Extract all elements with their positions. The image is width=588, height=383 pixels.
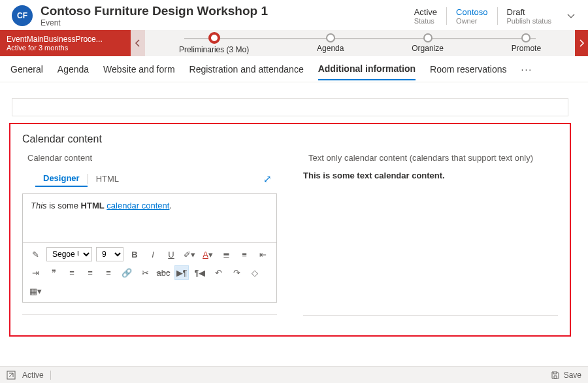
numbered-list-icon[interactable]: ≡ — [237, 247, 252, 261]
save-button[interactable]: Save — [551, 371, 581, 380]
font-size-select[interactable]: 9 — [96, 247, 123, 261]
meta-status: Active Status — [405, 7, 446, 25]
editor-toolbar: ✎ Segoe UI 9 B I U ✐▾ A▾ ≣ ≡ ⇤ ⇥ ❞ ≡ — [23, 242, 276, 302]
align-right-icon[interactable]: ≡ — [101, 265, 116, 280]
tab-additional-information[interactable]: Additional information — [318, 58, 416, 80]
underline-icon[interactable]: U — [164, 247, 178, 261]
stage-promote[interactable]: Promote — [512, 33, 541, 53]
avatar: CF — [12, 5, 33, 26]
decrease-indent-icon[interactable]: ⇤ — [255, 247, 270, 261]
font-family-select[interactable]: Segoe UI — [46, 247, 92, 261]
editor-tabs: Designer HTML ⤢ — [22, 167, 277, 190]
stage-dot-icon — [208, 32, 220, 44]
italic-icon[interactable]: I — [146, 247, 160, 261]
unlink-icon[interactable]: ✂ — [138, 265, 152, 280]
section-title: Calendar content — [22, 133, 558, 145]
stage-agenda[interactable]: Agenda — [317, 33, 344, 53]
field-label: Calendar content — [22, 153, 277, 163]
entity-subtitle: Event — [41, 18, 405, 27]
align-left-icon[interactable]: ≡ — [65, 265, 79, 280]
footer-status: Active — [22, 371, 44, 380]
text-calendar-content-field: Text only calendar content (calendars th… — [303, 153, 558, 316]
record-header: CF Contoso Furniture Design Workshop 1 E… — [0, 0, 588, 30]
text-calendar-content-value[interactable]: This is some text calendar content. — [303, 167, 558, 184]
format-painter-icon[interactable]: ✎ — [28, 247, 42, 261]
title-block: Contoso Furniture Design Workshop 1 Even… — [41, 4, 405, 27]
calendar-content-field: Calendar content Designer HTML ⤢ This is… — [22, 153, 277, 316]
stage-organize[interactable]: Organize — [412, 33, 444, 53]
stage-dot-icon — [521, 33, 531, 42]
save-icon — [551, 371, 560, 380]
calendar-content-section: Calendar content Calendar content Design… — [9, 123, 571, 337]
field-label: Text only calendar content (calendars th… — [303, 153, 558, 163]
highlight-icon[interactable]: ✐▾ — [182, 247, 197, 261]
form-body[interactable]: Calendar content Calendar content Design… — [0, 88, 580, 366]
rich-text-editor: This is some HTML calendar content. ✎ Se… — [22, 193, 277, 303]
stage-dot-icon — [423, 33, 433, 42]
chevron-down-icon[interactable] — [566, 10, 576, 21]
undo-icon[interactable]: ↶ — [211, 265, 225, 280]
editor-canvas[interactable]: This is some HTML calendar content. — [23, 194, 276, 242]
font-color-icon[interactable]: A▾ — [201, 247, 215, 261]
blockquote-icon[interactable]: ❞ — [46, 265, 61, 280]
meta-publish-status: Draft Publish status — [497, 7, 561, 25]
clear-format-icon[interactable]: ◇ — [248, 265, 262, 280]
redo-icon[interactable]: ↷ — [229, 265, 244, 280]
expand-icon[interactable]: ⤢ — [263, 173, 272, 185]
tab-room-reservations[interactable]: Room reservations — [430, 59, 507, 80]
tab-website-and-form[interactable]: Website and form — [103, 59, 174, 80]
tab-more-icon[interactable]: ··· — [521, 59, 533, 80]
editor-tab-html[interactable]: HTML — [88, 171, 127, 186]
meta-owner[interactable]: Contoso Owner — [446, 7, 497, 25]
collapsed-section — [12, 98, 568, 116]
align-center-icon[interactable]: ≡ — [83, 265, 97, 280]
tab-general[interactable]: General — [10, 59, 43, 80]
status-bar: Active Save — [0, 366, 588, 383]
stage-preliminaries[interactable]: Preliminaries (3 Mo) — [179, 32, 249, 54]
calendar-content-link[interactable]: calendar content — [106, 201, 169, 210]
rtl-icon[interactable]: ¶◀ — [193, 265, 207, 280]
bold-icon[interactable]: B — [127, 247, 142, 261]
tab-agenda[interactable]: Agenda — [57, 59, 89, 80]
link-icon[interactable]: 🔗 — [120, 265, 134, 280]
process-prev-icon[interactable] — [131, 30, 145, 56]
form-tabs: General Agenda Website and form Registra… — [0, 56, 588, 82]
stage-dot-icon — [326, 33, 335, 42]
increase-indent-icon[interactable]: ⇥ — [28, 265, 42, 280]
editor-tab-designer[interactable]: Designer — [35, 171, 88, 187]
page-title: Contoso Furniture Design Workshop 1 — [41, 4, 405, 18]
process-next-icon[interactable] — [575, 30, 588, 56]
ltr-icon[interactable]: ▶¶ — [174, 265, 189, 280]
header-meta: Active Status Contoso Owner Draft Publis… — [405, 7, 576, 25]
business-process-flow: EventMainBusinessProce... Active for 3 m… — [0, 30, 588, 56]
tab-registration[interactable]: Registration and attendance — [189, 59, 304, 80]
process-name-box[interactable]: EventMainBusinessProce... Active for 3 m… — [0, 30, 131, 56]
strike-icon[interactable]: abc — [156, 265, 171, 280]
bulleted-list-icon[interactable]: ≣ — [219, 247, 233, 261]
process-stages: Preliminaries (3 Mo) Agenda Organize Pro… — [145, 30, 575, 56]
table-icon[interactable]: ▦▾ — [28, 284, 42, 298]
footer-icon[interactable] — [7, 371, 16, 380]
